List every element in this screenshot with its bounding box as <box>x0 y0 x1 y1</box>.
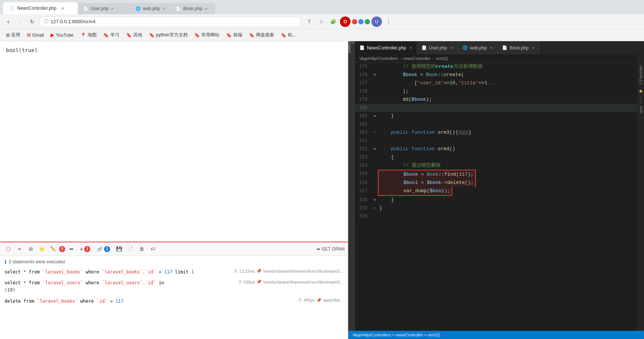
profile-button[interactable]: U <box>371 16 382 27</box>
netdisk-label: 网盘搜索 <box>256 32 274 38</box>
other-label: 其他 <box>133 32 142 38</box>
line-content-175: // 使用模型的create方法新增数据 <box>378 63 483 71</box>
ide-tab-2[interactable]: 📄 User.php ✕ <box>417 41 458 54</box>
debug-list-button[interactable]: ≡ <box>14 244 25 254</box>
bookmark-more[interactable]: 🔖 机... <box>278 31 299 39</box>
debug-star-button[interactable]: ⭐ <box>37 244 47 254</box>
translate-button[interactable]: T <box>304 16 315 27</box>
tab-icon-2: 📄 <box>83 6 88 11</box>
line-num-182: 182 <box>355 120 372 128</box>
statement-text: 3 statements were executed <box>9 259 65 264</box>
code-container[interactable]: \App\Http\Controllers > newsController >… <box>355 54 637 331</box>
debug-save-button[interactable]: 💾 <box>114 244 124 254</box>
code-line-215: 215 $book = Book::find(117); <box>355 170 637 179</box>
pin-icon-2: 📌 <box>256 279 262 284</box>
debug-content[interactable]: ℹ 3 statements were executed select * fr… <box>0 256 348 339</box>
page-content: bool(true) <box>0 41 348 242</box>
python-label: python官方文档 <box>156 32 188 38</box>
debug-doc-button[interactable]: 📄 <box>125 244 136 254</box>
code-editor[interactable]: 175 // 使用模型的create方法新增数据 176 ◆ $book = B… <box>355 63 637 331</box>
common-icon: 🔖 <box>194 33 200 38</box>
back-button[interactable]: ‹ <box>3 16 13 27</box>
bookmark-button[interactable]: ☆ <box>316 16 326 27</box>
menu-button[interactable]: ⋮ <box>383 16 394 27</box>
query-1-time: 13.22ms <box>239 269 255 273</box>
tab-close-icon-3[interactable]: ✕ <box>162 7 165 11</box>
line-content-178: ); <box>378 87 408 96</box>
bookmark-apps[interactable]: ⊞ 应用 <box>3 31 23 39</box>
ide-tab-4[interactable]: 📄 Book.php ✕ <box>498 41 540 54</box>
line-content-217: var_dump($bool); <box>378 187 452 196</box>
npm-icon[interactable]: npm <box>639 106 643 113</box>
address-bar[interactable]: ⓘ 127.0.0.1:8000/orm4 <box>39 16 301 27</box>
ide-tab-4-close[interactable]: ✕ <box>532 46 535 50</box>
line-content-183: public function orm3(){...} <box>378 128 471 137</box>
opera-button[interactable]: O <box>340 16 350 27</box>
debug-home-button[interactable]: ⬡ <box>3 244 13 254</box>
code-line-182: 182 <box>355 120 637 128</box>
reload-button[interactable]: ↻ <box>27 16 37 27</box>
bookmark-netdisk[interactable]: 🔖 网盘搜索 <box>246 31 277 39</box>
debug-get: ➡ GET ORM4 <box>316 246 345 252</box>
debug-forward-button[interactable]: ➡ <box>66 244 76 254</box>
browser-actions: T ☆ 🧩 O U ⋮ <box>304 16 394 27</box>
map-label: 地图 <box>88 32 97 38</box>
common-label: 常用网站 <box>201 32 219 38</box>
bookmark-other[interactable]: 🔖 其他 <box>123 31 145 39</box>
query-3-file: \app\Http... <box>323 298 343 302</box>
ide-tab-1-close[interactable]: ✕ <box>409 46 412 50</box>
bookmark-youtube[interactable]: ▶ YouTube <box>48 31 76 39</box>
code-line-220: 220 <box>355 212 637 221</box>
tab-user[interactable]: 📄 User.php ✕ <box>78 3 130 14</box>
bookmark-common[interactable]: 🔖 常用网站 <box>191 31 222 39</box>
bookmark-frontend[interactable]: 🔖 前端 <box>223 31 245 39</box>
debug-grid-button[interactable]: ⊞ <box>25 244 36 254</box>
python-icon: 🔖 <box>149 33 155 38</box>
tab-active[interactable]: 📄 NewsController.php ✕ <box>3 2 78 14</box>
gmail-icon: M <box>27 33 31 38</box>
query-3-sql: delete from `laravel_books` where `id` =… <box>4 298 124 305</box>
debug-error-badge: 0 <box>59 246 65 252</box>
query-2-sql: select * from `laravel_users` where `lar… <box>4 279 164 294</box>
line-content-216: $bool = $book->delete(); <box>378 179 476 187</box>
extensions-button[interactable]: 🧩 <box>328 16 338 27</box>
line-num-177: 177 <box>355 79 372 87</box>
forward-button[interactable]: › <box>15 16 25 27</box>
line-content-180 <box>378 104 382 112</box>
tab-close-icon-2[interactable]: ✕ <box>111 7 114 11</box>
tab-web[interactable]: 🌐 web.php ✕ <box>130 3 170 14</box>
query-2-row: select * from `laravel_users` where `lar… <box>4 279 343 294</box>
tab-close-icon[interactable]: ✕ <box>60 5 66 11</box>
line-content-215: $book = Book::find(117); <box>378 170 476 179</box>
ide-tab-3[interactable]: 🌐 web.php ✕ <box>458 41 498 54</box>
bookmark-map[interactable]: 📍 地图 <box>78 31 100 39</box>
debug-tag-button[interactable]: 🏷 <box>148 244 158 254</box>
debug-trash-button[interactable]: 🗑 <box>136 244 147 254</box>
bookmark-python[interactable]: 🔖 python官方文档 <box>146 31 191 39</box>
frontend-icon: 🔖 <box>226 33 232 38</box>
code-line-211: 211 <box>355 137 637 145</box>
query-1-sql: select * from `laravel_books` where `lar… <box>4 269 194 276</box>
tab-bar: 📄 NewsController.php ✕ 📄 User.php ✕ 🌐 we… <box>0 0 644 14</box>
line-content-181: } <box>378 112 394 120</box>
ide-tab-3-close[interactable]: ✕ <box>490 46 493 50</box>
gutter-218: ◆ <box>372 196 378 204</box>
statement-count: ℹ 3 statements were executed <box>4 259 343 265</box>
tab-close-icon-4[interactable]: ✕ <box>204 7 207 11</box>
line-num-175: 175 <box>355 63 372 71</box>
gmail-label: Gmail <box>32 33 44 38</box>
code-line-216: 216 $bool = $book->delete(); <box>355 179 637 187</box>
favorites-icon[interactable]: 2-Favorites <box>639 66 643 84</box>
debug-queries-button[interactable]: ≡ 3 <box>77 244 93 254</box>
gutter-176: ◆ <box>372 71 378 79</box>
bookmark-gmail[interactable]: M Gmail <box>24 32 47 39</box>
ide-tab-2-close[interactable]: ✕ <box>450 46 453 50</box>
tab-book[interactable]: 📄 Book.php ✕ <box>170 3 215 14</box>
bookmark-study[interactable]: 🔖 学习 <box>100 31 122 39</box>
star-icon[interactable]: ★ <box>638 88 643 94</box>
ide-tab-1[interactable]: 📄 NewsController.php ✕ <box>355 41 417 54</box>
main-area: bool(true) ⬡ ≡ ⊞ ⭐ ✏️ 0 ➡ ≡ 3 🔗 2 <box>0 41 644 339</box>
debug-link-button[interactable]: 🔗 2 <box>94 244 113 254</box>
query-1: select * from `laravel_books` where `lar… <box>4 269 343 276</box>
debug-pen-button[interactable]: ✏️ <box>48 244 58 254</box>
